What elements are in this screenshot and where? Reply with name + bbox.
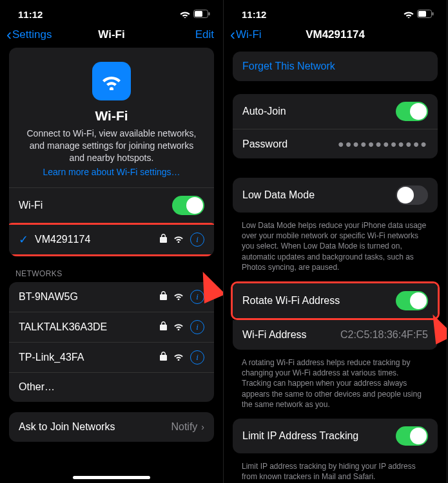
lowdata-row: Low Data Mode [233,178,438,213]
rotate-highlight: Rotate Wi-Fi Address [231,281,440,320]
wifi-address-row: Wi-Fi Address C2:C5:18:36:4F:F5 [233,320,438,350]
wifi-master-toggle-row: Wi-Fi [9,187,214,223]
network-row[interactable]: TALKTALK36A3DE i [9,312,214,342]
wifi-address-value: C2:C5:18:36:4F:F5 [340,329,428,341]
wifi-status-icon [180,9,190,20]
nav-bar: ‹ Settings Wi-Fi Edit [0,23,223,48]
forget-network-button[interactable]: Forget This Network [233,52,438,81]
chevron-left-icon: ‹ [230,28,235,41]
status-bar: 11:12 [224,0,447,23]
intro-title: Wi-Fi [22,108,201,124]
rotate-wifi-toggle[interactable] [396,291,428,310]
edit-button[interactable]: Edit [195,28,214,41]
network-details-screen: 11:12 ‹ Wi-Fi VM4291174 Forget This Netw… [224,0,447,483]
ask-join-card: Ask to Join Networks Notify › [9,412,214,442]
wifi-intro-card: Wi-Fi Connect to Wi-Fi, view available n… [9,48,214,256]
lowdata-card: Low Data Mode [233,178,438,213]
info-icon[interactable]: i [190,232,204,247]
learn-more-link[interactable]: Learn more about Wi-Fi settings… [22,167,201,177]
network-row[interactable]: BT-9NAW5G i [9,282,214,312]
wifi-signal-icon [173,234,184,245]
battery-status-icon [417,9,434,20]
wifi-signal-icon [173,321,184,333]
nav-bar: ‹ Wi-Fi VM4291174 [224,23,447,48]
autojoin-toggle[interactable] [396,102,428,121]
lowdata-toggle[interactable] [396,185,428,205]
rotate-description: A rotating Wi-Fi address helps reduce tr… [233,354,438,419]
rotate-wifi-row: Rotate Wi-Fi Address [233,283,438,318]
battery-status-icon [193,9,210,20]
info-icon[interactable]: i [190,290,204,304]
other-network-row[interactable]: Other… [9,372,214,402]
wifi-status-icon [404,9,414,20]
lock-icon [160,352,167,363]
svg-rect-4 [418,11,426,17]
ask-join-row[interactable]: Ask to Join Networks Notify › [9,412,214,442]
home-indicator[interactable] [73,476,150,479]
lock-icon [160,291,167,303]
info-icon[interactable]: i [190,320,204,334]
info-icon[interactable]: i [190,350,204,365]
networks-header: NETWORKS [9,267,214,282]
password-row[interactable]: Password ●●●●●●●●●●●● [233,129,438,158]
chevron-left-icon: ‹ [6,28,12,41]
limit-ip-card: Limit IP Address Tracking [233,419,438,453]
wifi-settings-screen: 11:12 ‹ Settings Wi-Fi Edit Wi-Fi Connec… [0,0,224,483]
lock-icon [160,234,167,245]
wifi-address-card: Wi-Fi Address C2:C5:18:36:4F:F5 [233,320,438,350]
intro-description: Connect to Wi-Fi, view available network… [22,128,201,164]
status-bar: 11:12 [0,0,223,23]
status-time: 11:12 [242,9,266,20]
wifi-signal-icon [173,291,184,303]
back-button[interactable]: ‹ Wi-Fi [230,28,262,41]
svg-rect-5 [433,12,434,15]
wifi-signal-icon [173,352,184,363]
autojoin-card: Auto-Join Password ●●●●●●●●●●●● [233,94,438,158]
lowdata-description: Low Data Mode helps reduce your iPhone d… [233,216,438,281]
status-time: 11:12 [18,9,43,20]
limit-ip-description: Limit IP address tracking by hiding your… [233,457,438,483]
forget-card: Forget This Network [233,52,438,81]
wifi-app-icon [92,62,131,100]
wifi-toggle[interactable] [172,196,204,215]
connected-network-row[interactable]: ✓ VM4291174 i [9,225,214,254]
autojoin-row: Auto-Join [233,94,438,129]
limit-ip-toggle[interactable] [396,426,428,446]
back-button[interactable]: ‹ Settings [6,28,52,41]
password-value: ●●●●●●●●●●●● [338,138,428,150]
connected-network-highlight: ✓ VM4291174 i [9,223,214,256]
svg-rect-2 [209,12,210,15]
network-row[interactable]: TP-Link_43FA i [9,342,214,372]
chevron-right-icon: › [201,422,204,432]
lock-icon [160,321,167,333]
networks-list: BT-9NAW5G i TALKTALK36A3DE i TP-Link_43F… [9,282,214,402]
checkmark-icon: ✓ [19,232,28,247]
limit-ip-row: Limit IP Address Tracking [233,419,438,453]
svg-rect-1 [195,11,202,17]
